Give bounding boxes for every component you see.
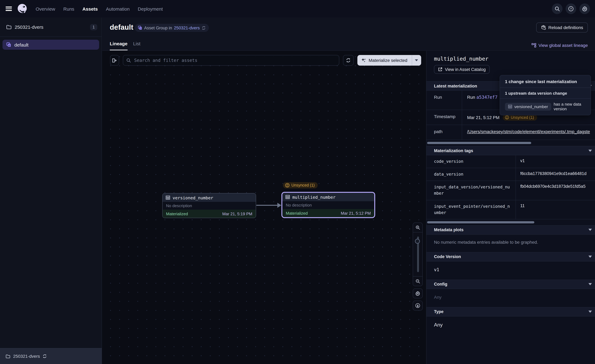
tag-key: input_data_version/versioned_number bbox=[426, 181, 516, 200]
horizontal-scrollbar[interactable] bbox=[427, 142, 531, 144]
asset-node-status: Materialized bbox=[166, 211, 188, 216]
chevron-down-icon bbox=[415, 59, 418, 61]
asset-group-badge[interactable]: Asset Group in 250321-dvers bbox=[135, 24, 209, 32]
section-heading: Metadata plots bbox=[434, 228, 464, 232]
reload-definitions-icon bbox=[541, 25, 546, 30]
page-title: default bbox=[110, 23, 133, 32]
asset-groups-sidebar: 250321-dvers 1 default bbox=[0, 17, 102, 348]
zoom-out-icon bbox=[415, 279, 420, 284]
tag-row: input_event_pointer/versioned_number 11 bbox=[426, 200, 595, 219]
nav-deployment[interactable]: Deployment bbox=[138, 6, 163, 11]
badge-prefix: Asset Group in bbox=[144, 25, 172, 30]
asset-group-icon bbox=[6, 42, 11, 47]
view-in-asset-catalog-label: View in Asset Catalog bbox=[445, 67, 486, 72]
popover-change-text: has a new data version bbox=[553, 102, 586, 111]
popover-subtitle: 1 upstream data version change bbox=[500, 88, 591, 99]
horizontal-scrollbar[interactable] bbox=[427, 221, 534, 224]
sidebar-group-row[interactable]: 250321-dvers 1 bbox=[0, 17, 102, 37]
zoom-out-button[interactable] bbox=[413, 276, 423, 286]
reload-definitions-label: Reload definitions bbox=[548, 25, 583, 30]
search-input[interactable] bbox=[134, 57, 336, 63]
unsynced-badge-graph[interactable]: Unsynced (1) bbox=[283, 182, 318, 189]
view-in-asset-catalog-button[interactable]: View in Asset Catalog bbox=[434, 65, 490, 74]
nav-automation[interactable]: Automation bbox=[106, 6, 130, 11]
search-icon bbox=[554, 6, 560, 11]
asset-search-box bbox=[123, 55, 339, 66]
collapse-sidebar-button[interactable] bbox=[110, 55, 119, 66]
tag-key: input_event_pointer/versioned_number bbox=[426, 200, 516, 219]
section-heading: Materialization tags bbox=[434, 148, 473, 153]
section-config[interactable]: Config bbox=[426, 280, 595, 289]
asset-node-description: No description bbox=[166, 203, 192, 208]
badge-group-link[interactable]: 250321-dvers bbox=[174, 25, 200, 30]
tab-list[interactable]: List bbox=[133, 41, 140, 50]
section-heading: Type bbox=[434, 309, 444, 314]
section-heading: Latest materialization bbox=[434, 84, 477, 88]
metadata-plots-empty-message: No numeric metadata entries available to… bbox=[434, 240, 595, 245]
download-view-button[interactable] bbox=[413, 301, 423, 311]
sidebar-item-default[interactable]: default bbox=[2, 40, 99, 50]
upstream-asset-chip[interactable]: versioned_number bbox=[505, 103, 551, 111]
view-global-asset-lineage-label: View global asset lineage bbox=[538, 43, 588, 48]
section-code-version[interactable]: Code Version bbox=[426, 252, 595, 261]
nav-overview[interactable]: Overview bbox=[36, 6, 55, 11]
run-id-link[interactable]: a5347ef7 bbox=[476, 95, 497, 100]
section-metadata-plots[interactable]: Metadata plots bbox=[426, 225, 595, 235]
settings-button[interactable] bbox=[579, 3, 590, 14]
zoom-slider-thumb[interactable] bbox=[415, 239, 420, 244]
sidebar-group-count-badge: 1 bbox=[90, 24, 97, 30]
path-row-label: path bbox=[426, 125, 462, 140]
folder-icon bbox=[6, 354, 10, 358]
chevron-down-icon bbox=[588, 229, 592, 231]
code-location-footer[interactable]: 250321-dvers bbox=[0, 348, 102, 364]
section-type[interactable]: Type bbox=[426, 307, 595, 316]
help-button[interactable]: ? bbox=[566, 3, 576, 14]
tag-key: data_version bbox=[426, 168, 516, 181]
app-root: Overview Runs Assets Automation Deployme… bbox=[0, 0, 595, 364]
graph-settings-button[interactable] bbox=[413, 288, 423, 298]
tag-row: input_data_version/versioned_number fb04… bbox=[426, 181, 595, 200]
panel-toggle-icon bbox=[112, 58, 117, 62]
run-value-prefix: Run bbox=[467, 95, 475, 100]
asset-node-multiplied-number[interactable]: multiplied_number No description Materia… bbox=[281, 192, 375, 218]
reload-definitions-button[interactable]: Reload definitions bbox=[536, 22, 588, 33]
tab-lineage[interactable]: Lineage bbox=[110, 41, 128, 50]
lineage-edge-arrow bbox=[256, 201, 282, 209]
code-location-name: 250321-dvers bbox=[13, 354, 40, 359]
asset-group-icon bbox=[138, 26, 142, 30]
materialize-selected-button[interactable]: Materialize selected bbox=[357, 55, 421, 66]
section-materialization-tags[interactable]: Materialization tags bbox=[426, 146, 595, 155]
hamburger-menu-icon[interactable] bbox=[6, 7, 12, 11]
asset-node-name: multiplied_number bbox=[292, 195, 335, 199]
search-button[interactable] bbox=[552, 3, 562, 14]
nav-assets[interactable]: Assets bbox=[82, 6, 98, 11]
reload-location-icon[interactable] bbox=[42, 354, 47, 358]
dagster-logo[interactable] bbox=[16, 3, 28, 15]
code-version-value: v1 bbox=[434, 267, 595, 272]
section-heading: Config bbox=[434, 282, 447, 287]
refresh-graph-button[interactable] bbox=[343, 55, 354, 66]
zoom-in-button[interactable] bbox=[413, 223, 423, 232]
view-global-asset-lineage-link[interactable]: View global asset lineage bbox=[532, 43, 588, 48]
table-icon bbox=[166, 196, 170, 200]
lineage-graph-icon bbox=[532, 43, 536, 48]
unsynced-badge-label: Unsynced (1) bbox=[511, 115, 534, 119]
gear-icon bbox=[415, 291, 420, 296]
lineage-graph-canvas[interactable]: Materialize selected Unsynced (1) bbox=[102, 51, 426, 364]
page-header: default Asset Group in 250321-dvers bbox=[102, 17, 595, 51]
tag-key: code_version bbox=[426, 155, 516, 168]
tag-value: f6ccba1776380941e9cd1ea66481d bbox=[516, 168, 595, 181]
refresh-icon[interactable] bbox=[202, 26, 206, 30]
asset-node-versioned-number[interactable]: versioned_number No description Material… bbox=[162, 193, 256, 218]
path-link[interactable]: /Users/smackesey/stm/code/elementl/exper… bbox=[467, 129, 590, 134]
chevron-down-icon bbox=[588, 283, 592, 285]
search-icon bbox=[126, 58, 131, 63]
zoom-slider[interactable] bbox=[413, 232, 423, 276]
svg-text:?: ? bbox=[570, 7, 572, 10]
table-icon bbox=[508, 105, 512, 108]
asset-node-timestamp: Mar 21, 5:19 PM bbox=[222, 211, 252, 216]
table-icon bbox=[285, 195, 290, 199]
nav-runs[interactable]: Runs bbox=[63, 6, 74, 11]
materialize-dropdown-caret[interactable] bbox=[412, 55, 421, 66]
type-value: Any bbox=[434, 322, 595, 328]
